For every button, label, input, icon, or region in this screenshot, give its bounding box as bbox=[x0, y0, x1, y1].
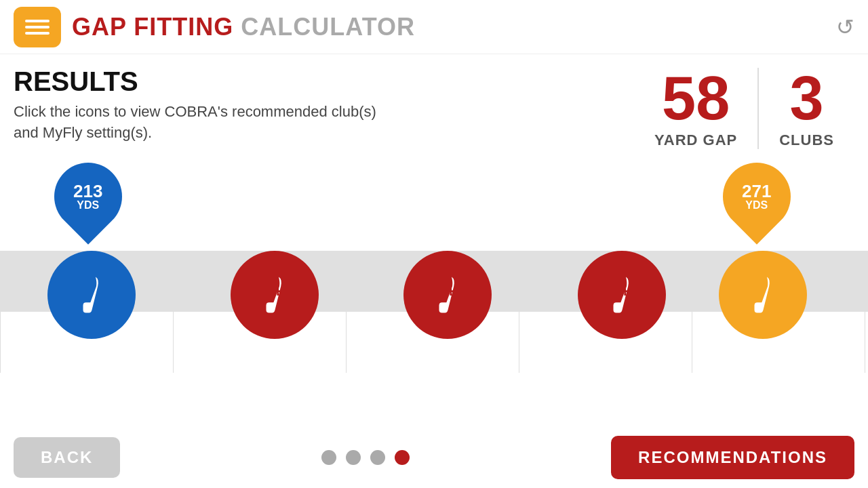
menu-button[interactable] bbox=[14, 7, 61, 47]
pagination-dots bbox=[321, 450, 410, 465]
right-pin-unit: YDS bbox=[742, 200, 771, 211]
svg-text:+: + bbox=[273, 281, 282, 300]
footer: BACK RECOMMENDATIONS bbox=[0, 427, 868, 488]
club-5[interactable] bbox=[719, 251, 807, 339]
results-stats: 58 YARD GAP 3 CLUBS bbox=[634, 68, 854, 149]
left-pin-bubble: 213 YDS bbox=[40, 148, 136, 244]
header-left: GAP FITTING CALCULATOR bbox=[14, 7, 415, 47]
dot-3 bbox=[370, 450, 385, 465]
club-3[interactable]: + bbox=[403, 251, 492, 339]
svg-text:+: + bbox=[446, 281, 455, 300]
left-pin: 213 YDS bbox=[54, 163, 122, 224]
club-1[interactable] bbox=[47, 251, 136, 339]
left-pin-text: 213 YDS bbox=[73, 182, 102, 211]
right-pin-yards: 271 bbox=[742, 182, 771, 200]
left-pin-yards: 213 bbox=[73, 182, 102, 200]
results-text: RESULTS Click the icons to view COBRA's … bbox=[14, 68, 634, 144]
yard-gap-label: YARD GAP bbox=[654, 131, 737, 149]
clubs-label: CLUBS bbox=[779, 131, 834, 149]
club-icon-1 bbox=[70, 273, 114, 317]
dot-2 bbox=[346, 450, 361, 465]
yard-gap-number: 58 bbox=[654, 68, 737, 129]
yard-gap-stat: 58 YARD GAP bbox=[634, 68, 759, 149]
right-pin: 271 YDS bbox=[723, 163, 791, 224]
club-icon-4: + bbox=[600, 273, 644, 317]
results-title: RESULTS bbox=[14, 68, 634, 95]
left-pin-unit: YDS bbox=[73, 200, 102, 211]
dot-4-active bbox=[395, 450, 410, 465]
results-subtitle: Click the icons to view COBRA's recommen… bbox=[14, 102, 393, 144]
clubs-stat: 3 CLUBS bbox=[759, 68, 854, 149]
results-section: RESULTS Click the icons to view COBRA's … bbox=[0, 54, 868, 156]
right-pin-bubble: 271 YDS bbox=[709, 148, 804, 244]
refresh-button[interactable]: ↺ bbox=[836, 14, 854, 40]
club-2[interactable]: + bbox=[231, 251, 319, 339]
svg-text:+: + bbox=[620, 281, 629, 300]
right-pin-text: 271 YDS bbox=[742, 182, 771, 211]
dot-1 bbox=[321, 450, 336, 465]
clubs-area: 213 YDS 271 YDS + + bbox=[0, 156, 868, 373]
title-gap: GAP FITTING bbox=[72, 13, 233, 41]
clubs-number: 3 bbox=[779, 68, 834, 129]
club-icon-2: + bbox=[253, 273, 297, 317]
club-icon-5 bbox=[741, 273, 785, 317]
club-4[interactable]: + bbox=[578, 251, 666, 339]
app-title: GAP FITTING CALCULATOR bbox=[72, 13, 415, 41]
club-icon-3: + bbox=[426, 273, 470, 317]
header: GAP FITTING CALCULATOR ↺ bbox=[0, 0, 868, 54]
recommendations-button[interactable]: RECOMMENDATIONS bbox=[611, 436, 854, 479]
title-calc: CALCULATOR bbox=[233, 13, 415, 41]
back-button[interactable]: BACK bbox=[14, 437, 120, 478]
